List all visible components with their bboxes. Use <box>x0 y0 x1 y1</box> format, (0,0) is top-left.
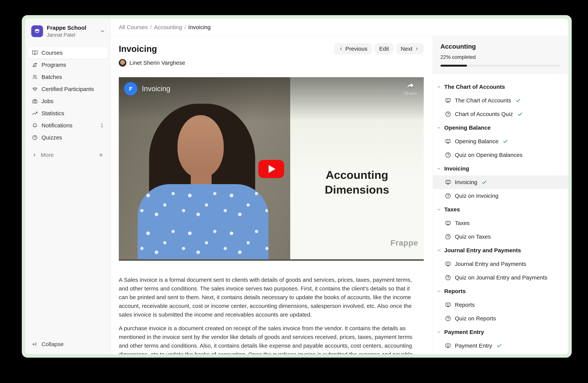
sidebar-item-programs[interactable]: Programs <box>28 59 108 71</box>
sidebar-item-jobs[interactable]: Jobs <box>28 95 108 107</box>
outline-item-the-chart-of-accounts[interactable]: The Chart of Accounts <box>433 94 568 107</box>
outline-item-quiz-on-journal-entry-and-payments[interactable]: Quiz on Journal Entry and Payments <box>433 271 568 284</box>
page-title: Invoicing <box>119 44 157 54</box>
frappe-school-app: Frappe School Jannat Patel Courses Progr… <box>25 19 568 354</box>
outline-section-journal-entry-and-payments[interactable]: Journal Entry and Payments <box>433 244 568 257</box>
outline-section-the-chart-of-accounts[interactable]: The Chart of Accounts <box>433 80 568 94</box>
outline-section-invoicing[interactable]: Invoicing <box>433 162 568 175</box>
video-lesson-icon <box>445 97 451 103</box>
sidebar-item-notifications[interactable]: Notifications 1 <box>28 119 108 132</box>
breadcrumb-separator: / <box>182 24 188 30</box>
workflow-icon <box>32 62 38 68</box>
sidebar-item-statistics[interactable]: Statistics <box>28 107 108 119</box>
collapse-sidebar-button[interactable]: Collapse <box>25 341 111 354</box>
breadcrumb-accounting[interactable]: Accounting <box>154 24 182 30</box>
outline-section-payment-entry[interactable]: Payment Entry <box>433 325 568 339</box>
video-lesson-icon <box>445 261 451 267</box>
share-label: Share <box>404 91 417 97</box>
course-title: Accounting <box>441 43 561 50</box>
video-lesson-icon <box>445 179 451 185</box>
breadcrumb: All Courses / Accounting / Invoicing <box>111 19 568 36</box>
content-column: All Courses / Accounting / Invoicing Inv… <box>111 19 568 354</box>
sidebar-item-courses[interactable]: Courses <box>28 47 108 59</box>
play-icon <box>269 165 275 173</box>
outline-section-reports[interactable]: Reports <box>433 284 568 298</box>
workspace-switcher[interactable]: Frappe School Jannat Patel <box>25 19 111 43</box>
sidebar-item-batches[interactable]: Batches <box>28 71 108 83</box>
next-button[interactable]: Next <box>396 43 424 55</box>
lesson-title-row: Invoicing Previous Edit Next <box>119 43 424 55</box>
frappe-watermark: Frappe <box>390 238 418 248</box>
outline-section-title: Journal Entry and Payments <box>444 247 521 254</box>
chevron-right-icon <box>414 46 419 51</box>
graduation-cap-icon <box>32 86 38 92</box>
collapse-icon <box>32 341 38 347</box>
chevron-down-icon <box>437 85 441 89</box>
video-progress-bar[interactable] <box>119 259 424 261</box>
outline-section-opening-balance[interactable]: Opening Balance <box>433 121 568 134</box>
outline-item-label: Taxes <box>455 220 470 226</box>
course-outline-panel: Accounting 22% completed The Chart of Ac… <box>433 36 568 354</box>
outline-item-payment-entry[interactable]: Payment Entry <box>433 339 568 353</box>
sidebar-item-label: Notifications <box>42 122 72 129</box>
sidebar-item-label: Statistics <box>42 110 64 116</box>
chevron-down-icon[interactable] <box>100 28 105 34</box>
outline-section-title: Taxes <box>444 206 460 213</box>
author-name: Linet Sherin Varghese <box>129 60 185 66</box>
sidebar-item-certified-participants[interactable]: Certified Participants <box>28 83 108 95</box>
outline-item-reports[interactable]: Reports <box>433 298 568 312</box>
completed-check-icon <box>496 343 502 348</box>
previous-button[interactable]: Previous <box>334 43 372 55</box>
course-progress-fill <box>441 65 467 67</box>
outline-item-quiz-on-opening-balances[interactable]: Quiz on Opening Balances <box>433 148 568 162</box>
plus-icon[interactable] <box>98 152 104 158</box>
outline-section-taxes[interactable]: Taxes <box>433 203 568 216</box>
completed-check-icon <box>481 179 487 185</box>
youtube-play-button[interactable] <box>258 160 284 178</box>
share-button[interactable]: Share <box>404 81 417 97</box>
sidebar-item-more[interactable]: More <box>28 149 108 161</box>
outline-item-quiz-on-taxes[interactable]: Quiz on Taxes <box>433 230 568 244</box>
breadcrumb-all-courses[interactable]: All Courses <box>119 24 148 30</box>
quiz-icon <box>445 234 451 240</box>
collapse-label: Collapse <box>42 341 64 347</box>
outline-item-label: Quiz on Taxes <box>455 233 491 240</box>
outline-item-quiz-on-reports[interactable]: Quiz on Reports <box>433 312 568 325</box>
edit-button[interactable]: Edit <box>375 43 394 55</box>
chevron-down-icon <box>437 289 441 293</box>
outline-item-label: Quiz on Reports <box>455 315 496 322</box>
outline-item-label: The Chart of Accounts <box>455 97 511 104</box>
outline-item-label: Opening Balance <box>455 138 498 145</box>
sidebar-nav: Courses Programs Batches Certified Parti… <box>25 47 111 144</box>
video-lesson-icon <box>445 343 451 349</box>
video-title[interactable]: Invoicing <box>142 85 170 93</box>
course-progress-bar <box>441 65 561 67</box>
author-avatar <box>119 59 126 67</box>
frappe-video-logo[interactable] <box>124 82 137 95</box>
outline-section-title: Opening Balance <box>444 125 491 131</box>
video-lesson-icon <box>445 138 451 144</box>
outline-item-taxes[interactable]: Taxes <box>433 216 568 230</box>
outline-item-journal-entry-and-payments[interactable]: Journal Entry and Payments <box>433 257 568 271</box>
course-progress-label: 22% completed <box>441 54 561 60</box>
sidebar-item-label: Courses <box>42 50 63 56</box>
outline-section-title: Invoicing <box>444 165 469 172</box>
course-header: Accounting 22% completed <box>433 36 568 74</box>
outline-item-quiz-on-invoicing[interactable]: Quiz on Invoicing <box>433 189 568 203</box>
outline-item-label: Payment Entry <box>455 343 492 349</box>
outline-item-invoicing[interactable]: Invoicing <box>433 175 568 189</box>
outline-item-label: Reports <box>455 302 475 308</box>
quiz-icon <box>445 193 451 199</box>
outline-item-opening-balance[interactable]: Opening Balance <box>433 134 568 148</box>
video-player[interactable]: Accounting Dimensions <box>119 77 424 261</box>
completed-check-icon <box>517 111 523 117</box>
more-label: More <box>41 152 54 158</box>
lesson-nav-buttons: Previous Edit Next <box>334 43 424 55</box>
sidebar-item-quizzes[interactable]: Quizzes <box>28 132 108 144</box>
breadcrumb-current: Invoicing <box>188 24 211 30</box>
briefcase-icon <box>32 98 38 104</box>
workspace-user: Jannat Patel <box>47 32 96 38</box>
video-lesson-icon <box>445 220 451 226</box>
outline-item-chart-of-accounts-quiz[interactable]: Chart of Accounts Quiz <box>433 107 568 121</box>
video-lesson-icon <box>445 302 451 308</box>
